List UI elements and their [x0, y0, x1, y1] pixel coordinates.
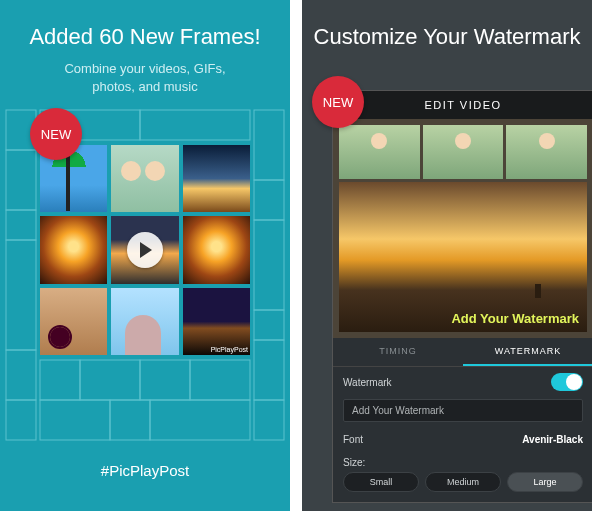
watermark-toggle-row: Watermark — [333, 367, 592, 397]
hashtag: #PicPlayPost — [0, 462, 290, 479]
svg-rect-17 — [110, 400, 150, 440]
subtitle-l1: Combine your videos, GIFs, — [64, 61, 225, 76]
tab-watermark[interactable]: WATERMARK — [463, 338, 592, 366]
font-value: Avenir-Black — [522, 434, 583, 445]
svg-rect-5 — [6, 400, 36, 440]
collage-tile-video[interactable] — [111, 216, 178, 283]
svg-rect-13 — [80, 360, 140, 400]
media-collage[interactable]: PicPlayPost — [40, 145, 250, 355]
preview-thumb[interactable] — [339, 125, 420, 179]
collage-tile[interactable] — [183, 216, 250, 283]
preview-thumb[interactable] — [506, 125, 587, 179]
size-medium-button[interactable]: Medium — [425, 472, 501, 492]
size-row: Size: — [333, 451, 592, 468]
promo-title: Added 60 New Frames! — [0, 24, 290, 50]
collage-tile[interactable] — [40, 216, 107, 283]
collage-tile[interactable]: PicPlayPost — [183, 288, 250, 355]
promo-watermark-card: Customize Your Watermark NEW EDIT VIDEO … — [302, 0, 592, 511]
promo-subtitle: Combine your videos, GIFs, photos, and m… — [0, 60, 290, 96]
svg-rect-9 — [254, 310, 284, 340]
preview-main[interactable]: Add Your Watermark — [339, 182, 587, 332]
svg-rect-1 — [6, 150, 36, 210]
watermark-text-input[interactable]: Add Your Watermark — [343, 399, 583, 422]
preview-thumb[interactable] — [423, 125, 504, 179]
svg-rect-2 — [6, 210, 36, 240]
new-badge: NEW — [30, 108, 82, 160]
watermark-label: Watermark — [343, 377, 392, 388]
svg-rect-16 — [40, 400, 110, 440]
collage-tile[interactable] — [183, 145, 250, 212]
promo-frames-card: Added 60 New Frames! Combine your videos… — [0, 0, 290, 511]
preview-top-row — [339, 125, 587, 179]
svg-rect-20 — [140, 110, 250, 140]
svg-rect-7 — [254, 180, 284, 220]
video-editor-panel: EDIT VIDEO Add Your Watermark TIMING WAT… — [332, 90, 592, 503]
editor-title: EDIT VIDEO — [333, 91, 592, 119]
svg-rect-14 — [140, 360, 190, 400]
svg-rect-18 — [150, 400, 250, 440]
size-large-button[interactable]: Large — [507, 472, 583, 492]
font-row[interactable]: Font Avenir-Black — [333, 428, 592, 451]
collage-tile[interactable] — [40, 288, 107, 355]
svg-rect-11 — [254, 400, 284, 440]
svg-rect-12 — [40, 360, 80, 400]
svg-rect-10 — [254, 340, 284, 400]
tab-timing[interactable]: TIMING — [333, 338, 463, 366]
size-label: Size: — [343, 457, 365, 468]
svg-rect-4 — [6, 350, 36, 400]
collage-tile[interactable] — [111, 145, 178, 212]
svg-rect-8 — [254, 220, 284, 310]
promo-title: Customize Your Watermark — [302, 24, 592, 50]
svg-rect-3 — [6, 240, 36, 350]
watermark-toggle[interactable] — [551, 373, 583, 391]
font-label: Font — [343, 434, 363, 445]
new-badge: NEW — [312, 76, 364, 128]
subtitle-l2: photos, and music — [92, 79, 198, 94]
size-small-button[interactable]: Small — [343, 472, 419, 492]
settings-tabs: TIMING WATERMARK — [333, 338, 592, 367]
svg-rect-6 — [254, 110, 284, 180]
size-segment: Small Medium Large — [333, 468, 592, 502]
collage-tile[interactable] — [111, 288, 178, 355]
tile-watermark: PicPlayPost — [211, 346, 248, 353]
play-icon[interactable] — [127, 232, 163, 268]
video-preview[interactable]: Add Your Watermark — [333, 119, 592, 338]
settings-panel: TIMING WATERMARK Watermark Add Your Wate… — [333, 338, 592, 502]
svg-rect-15 — [190, 360, 250, 400]
watermark-preview-text: Add Your Watermark — [451, 311, 579, 326]
